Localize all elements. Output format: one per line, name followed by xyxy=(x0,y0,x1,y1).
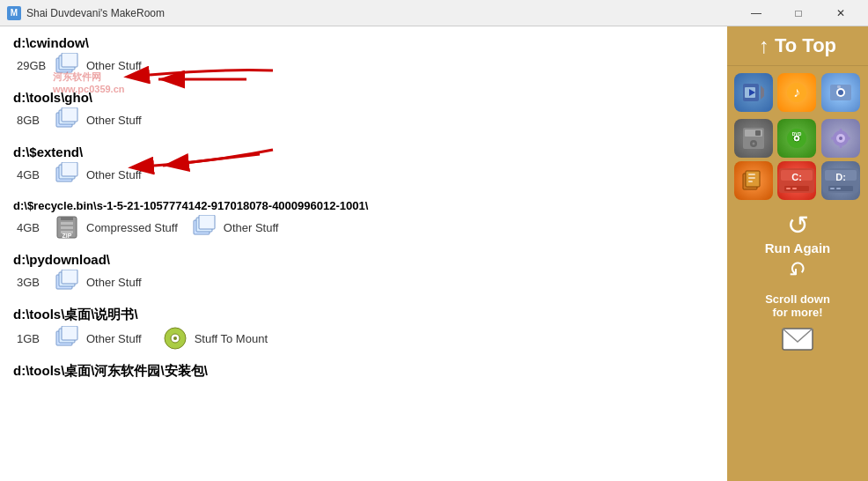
svg-rect-59 xyxy=(748,177,755,179)
svg-point-47 xyxy=(796,137,798,140)
app-icon: M xyxy=(7,6,21,20)
svg-point-51 xyxy=(839,137,842,140)
folder-size-4: 4GB xyxy=(17,221,48,234)
video-icon-button[interactable] xyxy=(734,73,773,112)
svg-rect-58 xyxy=(748,174,755,175)
svg-rect-53 xyxy=(839,144,842,148)
folder-label-1: Other Stuff xyxy=(86,59,142,72)
folder-size-2: 8GB xyxy=(17,114,48,127)
main-container: 河东软件网 www.pc0359.cn d:\cwindow\ 29GB Oth… xyxy=(0,26,868,481)
folder-size-3: 4GB xyxy=(17,168,48,181)
folder-size-6: 1GB xyxy=(17,332,48,345)
folder-detail-4: 4GB ZIP Compressed Stuff xyxy=(17,215,714,240)
mount-stuff-icon xyxy=(163,326,188,351)
svg-rect-55 xyxy=(847,137,850,140)
to-top-button[interactable]: ↑ To Top xyxy=(727,26,868,66)
other-stuff-icon-1 xyxy=(55,53,79,78)
to-top-label: To Top xyxy=(775,34,836,57)
maximize-button[interactable]: □ xyxy=(778,0,819,26)
folder-path-2: d:\tools\gho\ xyxy=(13,90,714,105)
compressed-stuff-icon: ZIP xyxy=(55,215,79,240)
close-button[interactable]: ✕ xyxy=(820,0,861,26)
svg-rect-10 xyxy=(61,217,73,220)
svg-rect-23 xyxy=(62,326,77,340)
svg-rect-60 xyxy=(748,181,753,182)
svg-point-44 xyxy=(753,143,755,145)
email-icon-button[interactable] xyxy=(782,328,813,354)
to-top-arrow-icon: ↑ xyxy=(759,33,769,58)
folder-path-3: d:\$extend\ xyxy=(13,144,714,159)
svg-rect-52 xyxy=(839,129,842,132)
svg-rect-2 xyxy=(62,53,77,67)
folder-item-3: d:\$extend\ 4GB Other Stuff xyxy=(13,144,714,187)
minimize-button[interactable]: — xyxy=(736,0,776,26)
folder-size-1: 29GB xyxy=(17,59,48,72)
docs-icon-button[interactable] xyxy=(734,161,773,200)
svg-rect-20 xyxy=(62,270,77,284)
svg-marker-31 xyxy=(761,85,764,100)
folder-item-6: d:\tools\桌面\说明书\ 1GB Other Stuff xyxy=(13,307,714,351)
disk-icon-button[interactable] xyxy=(734,119,773,158)
folder-item-5: d:\pydownload\ 3GB Other Stuff xyxy=(13,252,714,294)
run-again-arrows2-icon: ↺ xyxy=(789,255,806,280)
run-again-arrows-icon: ↺ xyxy=(765,212,830,239)
svg-point-38 xyxy=(838,90,843,95)
folder-detail-1: 29GB Other Stuff xyxy=(17,53,714,78)
other-stuff-icon-3 xyxy=(55,162,79,187)
svg-rect-65 xyxy=(786,188,791,189)
svg-rect-71 xyxy=(830,188,835,189)
scroll-down-text: Scroll downfor more! xyxy=(756,287,839,324)
folder-item-2: d:\tools\gho\ 8GB Other Stuff xyxy=(13,90,714,132)
photo-icon-button[interactable] xyxy=(821,73,860,112)
content-area: 河东软件网 www.pc0359.cn d:\cwindow\ 29GB Oth… xyxy=(0,26,727,481)
drive-d-button[interactable]: D: xyxy=(821,161,860,200)
folder-size-5: 3GB xyxy=(17,276,48,289)
svg-rect-42 xyxy=(755,130,761,136)
drive-c-button[interactable]: C: xyxy=(777,161,816,200)
folder-detail-6: 1GB Other Stuff Stuff To M xyxy=(17,326,714,351)
folder-label-5: Other Stuff xyxy=(86,276,142,289)
folder-detail-3: 4GB Other Stuff xyxy=(17,162,714,187)
other-stuff-icon-5 xyxy=(55,270,79,294)
folder-path-6: d:\tools\桌面\说明书\ xyxy=(13,307,714,323)
folder-label-2: Other Stuff xyxy=(86,114,142,127)
folder-path-5: d:\pydownload\ xyxy=(13,252,714,267)
music-icon-button[interactable]: ♪ xyxy=(777,73,816,112)
svg-rect-8 xyxy=(62,162,77,176)
folder-path-7: d:\tools\桌面\河东软件园\安装包\ xyxy=(13,363,714,380)
svg-rect-54 xyxy=(831,137,835,140)
dvd-icon-button[interactable]: DVD xyxy=(777,119,816,158)
svg-rect-72 xyxy=(836,188,841,189)
svg-rect-12 xyxy=(61,226,73,229)
folder-detail-5: 3GB Other Stuff xyxy=(17,270,714,294)
folder-item-1: d:\cwindow\ 29GB Other Stuff xyxy=(13,35,714,78)
folder-detail-2: 8GB Other Stuff xyxy=(17,107,714,132)
svg-text:DVD: DVD xyxy=(792,131,802,137)
svg-rect-66 xyxy=(792,188,797,189)
folder-item-7: d:\tools\桌面\河东软件园\安装包\ xyxy=(13,363,714,380)
svg-text:♪: ♪ xyxy=(793,85,800,100)
svg-rect-5 xyxy=(62,107,77,122)
run-again-label: Run Again xyxy=(765,240,830,255)
svg-text:ZIP: ZIP xyxy=(63,233,72,239)
folder-path-1: d:\cwindow\ xyxy=(13,35,714,50)
folder-label-4b: Other Stuff xyxy=(224,221,279,234)
svg-rect-17 xyxy=(199,215,215,229)
icon-grid-row3: C: D: xyxy=(727,161,868,204)
folder-path-4: d:\$recycle.bin\s-1-5-21-1057774142-9170… xyxy=(13,199,714,212)
sidebar: ↑ To Top ♪ xyxy=(727,26,868,481)
folder-label-6a: Other Stuff xyxy=(86,332,142,345)
run-again-button[interactable]: ↺ Run Again ↺ xyxy=(761,209,834,284)
svg-text:C:: C: xyxy=(792,172,803,182)
window-controls: — □ ✕ xyxy=(736,0,861,26)
folder-label-3: Other Stuff xyxy=(86,168,142,181)
folder-label-4a: Compressed Stuff xyxy=(86,221,178,234)
icon-grid-row1: ♪ xyxy=(727,66,868,119)
svg-text:D:: D: xyxy=(835,172,846,182)
svg-point-26 xyxy=(173,337,177,340)
folder-label-6b: Stuff To Mount xyxy=(195,332,268,345)
other-stuff-icon-6 xyxy=(55,326,79,351)
titlebar: M Shai Duvdevani's MakeRoom — □ ✕ xyxy=(0,0,868,26)
gear-icon-button[interactable] xyxy=(821,119,860,158)
folder-item-4: d:\$recycle.bin\s-1-5-21-1057774142-9170… xyxy=(13,199,714,240)
